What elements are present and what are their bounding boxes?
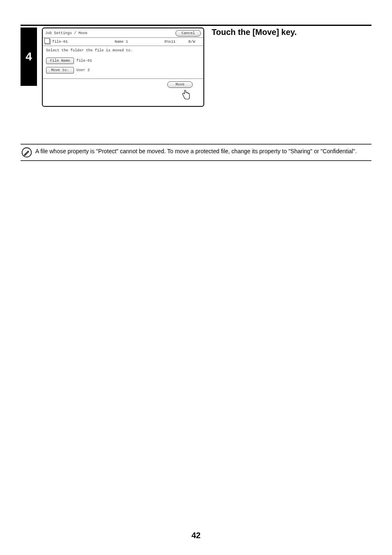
note-callout: A file whose property is "Protect" canno… xyxy=(21,144,371,161)
move-to-button[interactable]: Move to: xyxy=(46,67,74,74)
move-to-value: User 2 xyxy=(76,68,90,72)
file-id: file-01 xyxy=(52,40,115,44)
paper-size: 8½x11 xyxy=(151,40,175,44)
file-name-button[interactable]: File Name xyxy=(46,58,74,64)
note-text: A file whose property is "Protect" canno… xyxy=(35,147,357,155)
move-button[interactable]: Move xyxy=(167,81,193,88)
step-heading: Touch the [Move] key. xyxy=(212,28,371,37)
file-owner-name: Name 1 xyxy=(115,40,151,44)
instruction-text: Select the folder the file is moved to. xyxy=(43,46,203,57)
step-number: 4 xyxy=(21,28,37,86)
cancel-button[interactable]: Cancel xyxy=(175,30,201,37)
note-pen-icon xyxy=(21,147,32,158)
page-number: 42 xyxy=(21,531,371,540)
job-settings-panel: Job Settings / Move Cancel file-01 Name … xyxy=(42,28,204,107)
panel-title: Job Settings / Move xyxy=(45,31,175,35)
color-mode: B/W xyxy=(175,40,195,44)
document-icon xyxy=(45,39,51,44)
file-name-value: file-01 xyxy=(76,59,92,63)
touch-hand-icon xyxy=(180,88,192,101)
